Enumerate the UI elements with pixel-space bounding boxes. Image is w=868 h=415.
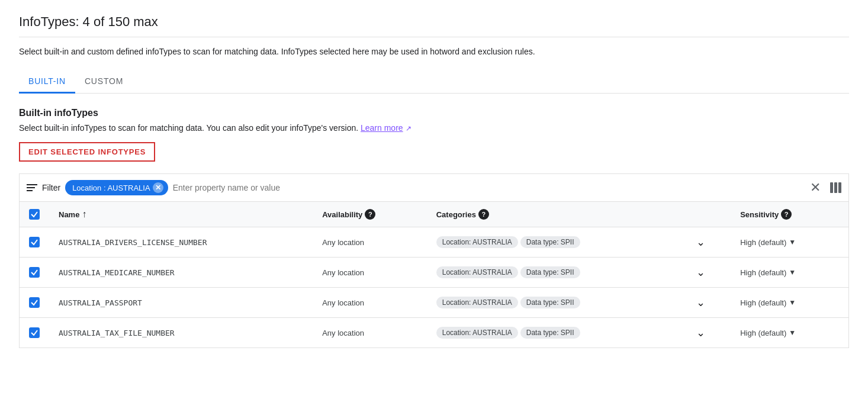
edit-selected-infotypes-button[interactable]: EDIT SELECTED INFOTYPES: [19, 142, 155, 162]
external-link-icon: ↗: [406, 124, 412, 133]
th-name: Name ↑: [49, 202, 313, 227]
th-availability: Availability ?: [313, 202, 427, 227]
clear-filter-button[interactable]: ✕: [810, 180, 821, 195]
row-checkbox-cell: [20, 227, 50, 258]
row-name: AUSTRALIA_PASSPORT: [49, 288, 313, 318]
row-checkbox-cell: [20, 318, 50, 348]
row-expand-icon[interactable]: ⌄: [696, 266, 705, 278]
filter-bar: Filter Location : AUSTRALIA ✕ ✕: [19, 173, 849, 201]
row-expand-icon[interactable]: ⌄: [696, 327, 705, 339]
row-availability: Any location: [313, 288, 427, 318]
row-sensitivity: High (default)▼: [731, 318, 848, 348]
infotypes-table: Name ↑ Availability ? Categories ? Se: [19, 201, 849, 348]
row-expand-cell: ⌄: [687, 227, 731, 258]
row-checkbox-cell: [20, 288, 50, 318]
row-availability: Any location: [313, 258, 427, 288]
sensitivity-dropdown-icon[interactable]: ▼: [789, 238, 796, 246]
row-expand-icon[interactable]: ⌄: [696, 297, 705, 308]
category-tag: Data type: SPII: [520, 297, 580, 308]
page-description: Select built-in and custom defined infoT…: [19, 47, 849, 56]
category-tag: Location: AUSTRALIA: [436, 266, 518, 278]
row-expand-cell: ⌄: [687, 288, 731, 318]
category-tag: Location: AUSTRALIA: [436, 327, 518, 339]
sensitivity-dropdown-icon[interactable]: ▼: [789, 329, 796, 337]
row-checkbox[interactable]: [29, 267, 40, 278]
table-row: AUSTRALIA_TAX_FILE_NUMBERAny locationLoc…: [20, 318, 849, 348]
availability-help-icon[interactable]: ?: [365, 209, 375, 220]
section-title: Built-in infoTypes: [19, 108, 849, 118]
th-expand: [687, 202, 731, 227]
sensitivity-value: High (default): [740, 268, 786, 277]
row-categories: Location: AUSTRALIAData type: SPII: [427, 227, 687, 258]
row-checkbox[interactable]: [29, 327, 40, 338]
sensitivity-help-icon[interactable]: ?: [781, 209, 792, 220]
row-availability: Any location: [313, 227, 427, 258]
filter-label: Filter: [42, 183, 60, 192]
category-tag: Data type: SPII: [520, 236, 580, 248]
row-sensitivity: High (default)▼: [731, 258, 848, 288]
tab-built-in[interactable]: BUILT-IN: [19, 70, 75, 94]
columns-icon[interactable]: [830, 182, 841, 193]
row-name: AUSTRALIA_TAX_FILE_NUMBER: [49, 318, 313, 348]
location-filter-chip: Location : AUSTRALIA ✕: [65, 180, 168, 195]
row-expand-cell: ⌄: [687, 258, 731, 288]
sort-name-icon[interactable]: ↑: [82, 209, 86, 220]
category-tag: Location: AUSTRALIA: [436, 236, 518, 248]
th-checkbox: [20, 202, 50, 227]
sensitivity-value: High (default): [740, 298, 786, 307]
row-name: AUSTRALIA_DRIVERS_LICENSE_NUMBER: [49, 227, 313, 258]
th-categories: Categories ?: [427, 202, 687, 227]
learn-more-link[interactable]: Learn more: [361, 123, 403, 133]
table-row: AUSTRALIA_DRIVERS_LICENSE_NUMBERAny loca…: [20, 227, 849, 258]
sensitivity-dropdown-icon[interactable]: ▼: [789, 298, 796, 307]
title-divider: [19, 37, 849, 37]
section-description: Select built-in infoTypes to scan for ma…: [19, 123, 849, 133]
page-title: InfoTypes: 4 of 150 max: [19, 14, 849, 30]
sensitivity-value: High (default): [740, 329, 786, 337]
row-sensitivity: High (default)▼: [731, 227, 848, 258]
chip-label: Location : AUSTRALIA: [72, 184, 150, 192]
row-categories: Location: AUSTRALIAData type: SPII: [427, 258, 687, 288]
table-row: AUSTRALIA_PASSPORTAny locationLocation: …: [20, 288, 849, 318]
row-expand-icon[interactable]: ⌄: [696, 236, 705, 248]
category-tag: Data type: SPII: [520, 266, 580, 278]
filter-icon[interactable]: [27, 184, 37, 191]
table-row: AUSTRALIA_MEDICARE_NUMBERAny locationLoc…: [20, 258, 849, 288]
sensitivity-value: High (default): [740, 238, 786, 247]
th-sensitivity: Sensitivity ?: [731, 202, 848, 227]
row-name: AUSTRALIA_MEDICARE_NUMBER: [49, 258, 313, 288]
category-tag: Location: AUSTRALIA: [436, 297, 518, 308]
sensitivity-dropdown-icon[interactable]: ▼: [789, 268, 796, 276]
tab-custom[interactable]: CUSTOM: [75, 70, 133, 94]
row-categories: Location: AUSTRALIAData type: SPII: [427, 318, 687, 348]
row-availability: Any location: [313, 318, 427, 348]
row-checkbox[interactable]: [29, 237, 40, 247]
row-checkbox-cell: [20, 258, 50, 288]
tabs-container: BUILT-IN CUSTOM: [19, 70, 849, 94]
row-checkbox[interactable]: [29, 297, 40, 308]
filter-input[interactable]: [173, 183, 805, 192]
row-expand-cell: ⌄: [687, 318, 731, 348]
category-tag: Data type: SPII: [520, 327, 580, 339]
filter-actions: ✕: [810, 180, 841, 195]
row-categories: Location: AUSTRALIAData type: SPII: [427, 288, 687, 318]
row-sensitivity: High (default)▼: [731, 288, 848, 318]
categories-help-icon[interactable]: ?: [478, 209, 489, 220]
header-checkbox[interactable]: [29, 209, 40, 220]
chip-close-button[interactable]: ✕: [153, 182, 163, 193]
table-header-row: Name ↑ Availability ? Categories ? Se: [20, 202, 849, 227]
